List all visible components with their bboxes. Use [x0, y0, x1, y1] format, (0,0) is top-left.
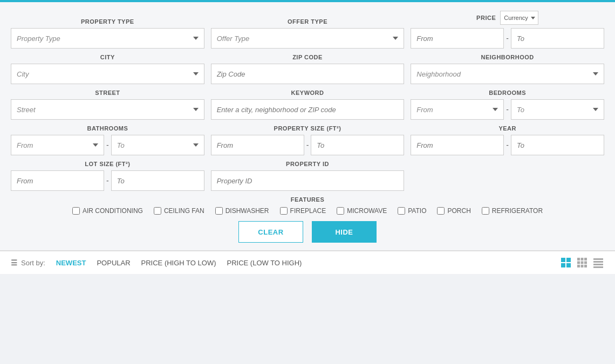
city-select[interactable]: City New York Los Angeles Chicago: [11, 64, 204, 84]
street-label: STREET: [11, 90, 204, 96]
sort-by-label: ☰ Sort by:: [11, 258, 45, 267]
feature-dishwasher[interactable]: DISHWASHER: [215, 207, 269, 215]
bathrooms-to-select[interactable]: To 1 2 3 4 5+: [111, 135, 204, 155]
offer-type-select[interactable]: Offer Type For Sale For Rent For Lease: [211, 28, 405, 49]
bedrooms-label: BEDROOMS: [411, 90, 604, 96]
feature-patio[interactable]: PATIO: [398, 207, 426, 215]
filter-row-4: BATHROOMS From 1 2 3 4 5+ - To 1 2 3 4: [11, 125, 604, 155]
price-to-input[interactable]: [511, 28, 604, 49]
svg-rect-9: [584, 262, 587, 264]
price-range-sep: -: [506, 34, 509, 43]
feature-porch-checkbox[interactable]: [437, 207, 445, 215]
zip-code-label: ZIP CODE: [211, 54, 405, 60]
lot-size-to-input[interactable]: [111, 170, 204, 191]
features-section: FEATURES AIR CONDITIONING CEILING FAN DI…: [11, 196, 604, 215]
property-type-label: PROPERTY TYPE: [11, 18, 204, 25]
filter-row-1: PROPERTY TYPE Property Type House Apartm…: [11, 11, 604, 49]
feature-air-conditioning[interactable]: AIR CONDITIONING: [72, 207, 143, 215]
sort-icon: ☰: [11, 258, 18, 267]
features-label: FEATURES: [11, 196, 604, 203]
property-size-group: PROPERTY SIZE (FT²) -: [211, 125, 405, 155]
bathrooms-range: From 1 2 3 4 5+ - To 1 2 3 4 5+: [11, 135, 204, 155]
bedrooms-group: BEDROOMS From 1 2 3 4 5+ - To 1 2 3 4: [411, 90, 604, 120]
lot-size-range: -: [11, 170, 204, 191]
hide-button[interactable]: HIDE: [312, 221, 377, 243]
property-id-input[interactable]: [211, 170, 405, 191]
feature-patio-checkbox[interactable]: [398, 207, 405, 215]
property-size-to-input[interactable]: [311, 135, 404, 155]
bathrooms-from-select[interactable]: From 1 2 3 4 5+: [11, 135, 104, 155]
filter-panel: PROPERTY TYPE Property Type House Apartm…: [0, 2, 615, 251]
actions-row: CLEAR HIDE: [11, 221, 604, 243]
property-size-from-input[interactable]: [211, 135, 304, 155]
svg-rect-3: [566, 263, 571, 267]
neighborhood-group: NEIGHBORHOOD Neighborhood Downtown Midto…: [411, 54, 604, 84]
neighborhood-select[interactable]: Neighborhood Downtown Midtown Uptown: [411, 64, 604, 84]
feature-dishwasher-checkbox[interactable]: [215, 207, 223, 215]
city-group: CITY City New York Los Angeles Chicago: [11, 54, 204, 84]
property-type-group: PROPERTY TYPE Property Type House Apartm…: [11, 18, 204, 49]
property-type-select[interactable]: Property Type House Apartment Condo Town…: [11, 28, 204, 49]
year-from-input[interactable]: [411, 135, 504, 155]
feature-air-conditioning-checkbox[interactable]: [72, 207, 80, 215]
property-id-label: PROPERTY ID: [211, 161, 405, 167]
svg-rect-2: [561, 263, 565, 267]
year-label: YEAR: [411, 125, 604, 132]
price-from-input[interactable]: [411, 28, 504, 49]
svg-rect-11: [581, 265, 584, 267]
grid-small-view-icon[interactable]: [576, 257, 588, 269]
feature-microwave[interactable]: MICROWAVE: [337, 207, 387, 215]
feature-fireplace-checkbox[interactable]: [280, 207, 288, 215]
filter-row-3: STREET Street Main St Oak Ave Elm Blvd K…: [11, 90, 604, 120]
city-label: CITY: [11, 54, 204, 60]
svg-rect-6: [584, 258, 587, 260]
currency-select[interactable]: Currency USD EUR GBP: [500, 11, 538, 25]
svg-rect-0: [561, 258, 565, 262]
bathrooms-range-sep: -: [106, 141, 109, 149]
offer-type-group: OFFER TYPE Offer Type For Sale For Rent …: [211, 18, 405, 49]
lot-size-group: LOT SIZE (FT²) -: [11, 161, 204, 191]
svg-rect-10: [577, 265, 580, 267]
svg-rect-8: [581, 262, 584, 264]
filter-row-5: LOT SIZE (FT²) - PROPERTY ID: [11, 161, 604, 191]
features-list: AIR CONDITIONING CEILING FAN DISHWASHER …: [11, 207, 604, 215]
price-label: PRICE: [476, 15, 496, 21]
clear-button[interactable]: CLEAR: [238, 221, 303, 243]
grid-large-view-icon[interactable]: [560, 257, 572, 269]
filter-row-2: CITY City New York Los Angeles Chicago Z…: [11, 54, 604, 84]
feature-microwave-checkbox[interactable]: [337, 207, 344, 215]
property-id-group: PROPERTY ID: [211, 161, 405, 191]
offer-type-label: OFFER TYPE: [211, 18, 405, 25]
feature-refrigerator-checkbox[interactable]: [482, 207, 489, 215]
sort-newest[interactable]: NEWEST: [56, 259, 86, 267]
lot-size-range-sep: -: [106, 176, 109, 185]
feature-porch[interactable]: PORCH: [437, 207, 470, 215]
feature-ceiling-fan[interactable]: CEILING FAN: [154, 207, 204, 215]
svg-rect-12: [584, 265, 587, 267]
sort-popular[interactable]: POPULAR: [97, 259, 130, 267]
price-range: -: [411, 28, 604, 49]
sort-price-low-high[interactable]: PRICE (LOW TO HIGH): [227, 259, 302, 267]
price-header: PRICE Currency USD EUR GBP: [411, 11, 604, 25]
bedrooms-range-sep: -: [506, 105, 509, 114]
year-to-input[interactable]: [511, 135, 604, 155]
bedrooms-from-select[interactable]: From 1 2 3 4 5+: [411, 99, 504, 120]
feature-fireplace[interactable]: FIREPLACE: [280, 207, 326, 215]
zip-code-input[interactable]: [211, 64, 405, 84]
svg-rect-4: [577, 258, 580, 260]
keyword-input[interactable]: [211, 99, 405, 120]
year-range: -: [411, 135, 604, 155]
property-size-range-sep: -: [306, 141, 309, 149]
lot-size-label: LOT SIZE (FT²): [11, 161, 204, 167]
lot-size-from-input[interactable]: [11, 170, 104, 191]
sort-price-high-low[interactable]: PRICE (HIGH TO LOW): [141, 259, 216, 267]
feature-refrigerator[interactable]: REFRIGERATOR: [482, 207, 543, 215]
list-view-icon[interactable]: [592, 257, 604, 269]
bedrooms-range: From 1 2 3 4 5+ - To 1 2 3 4 5+: [411, 99, 604, 120]
bedrooms-to-select[interactable]: To 1 2 3 4 5+: [511, 99, 604, 120]
bathrooms-group: BATHROOMS From 1 2 3 4 5+ - To 1 2 3 4: [11, 125, 204, 155]
svg-rect-14: [593, 261, 603, 263]
feature-ceiling-fan-checkbox[interactable]: [154, 207, 161, 215]
street-select[interactable]: Street Main St Oak Ave Elm Blvd: [11, 99, 204, 120]
street-group: STREET Street Main St Oak Ave Elm Blvd: [11, 90, 204, 120]
